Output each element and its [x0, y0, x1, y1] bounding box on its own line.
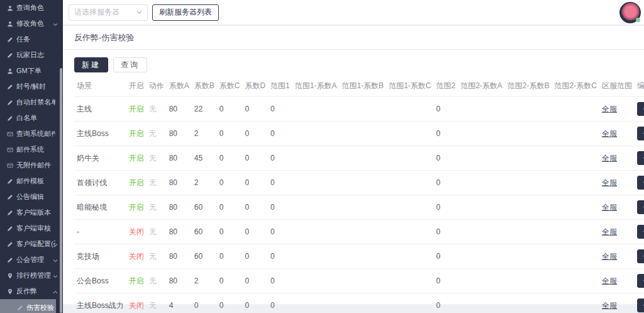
action-cell: 无: [147, 244, 167, 269]
coef-b-cell: 60: [192, 244, 217, 269]
coef-d-cell: 0: [242, 269, 268, 293]
range2-coef-a-cell: [458, 269, 505, 293]
edit-button[interactable]: 修改: [637, 127, 644, 140]
range2-coef-a-cell: [458, 293, 505, 313]
sidebar-item[interactable]: 客户端审核: [0, 220, 63, 236]
edit-cell: 修改: [635, 195, 644, 220]
sidebar-item-label: 伤害校验: [26, 303, 54, 312]
server-scope-link[interactable]: 全服: [602, 203, 617, 212]
range1-coef-c-cell: [386, 293, 433, 313]
edit-button[interactable]: 修改: [637, 299, 644, 312]
server-scope-link[interactable]: 全服: [602, 105, 617, 113]
coef-a-cell: 80: [167, 97, 192, 122]
table-row: 主线Boss战力关闭无400000全服修改推送: [74, 293, 644, 313]
edit-button[interactable]: 修改: [637, 176, 644, 190]
sidebar-item[interactable]: 封号/解封: [0, 79, 63, 94]
sidebar-item[interactable]: 任务: [0, 31, 63, 47]
range1-coef-a-cell: [292, 269, 340, 293]
sidebar-item-label: 公会管理: [16, 255, 44, 265]
coef-b-cell: 0: [192, 293, 217, 313]
sidebar-item[interactable]: 排行榜管理: [0, 268, 63, 283]
range1-coef-c-cell: [386, 97, 433, 122]
range2-coef-c-cell: [552, 122, 599, 146]
sidebar-item[interactable]: 邮件系统: [0, 142, 63, 157]
range2-coef-b-cell: [505, 220, 552, 244]
user-avatar[interactable]: [619, 2, 641, 23]
sidebar-item[interactable]: 无附件邮件: [0, 157, 63, 173]
sidebar-item[interactable]: 查询角色: [0, 0, 63, 16]
query-button[interactable]: 查询: [113, 57, 147, 72]
sidebar-item[interactable]: 客户端配置(开...: [0, 236, 63, 252]
range2-cell: 0: [433, 195, 458, 220]
range1-coef-b-cell: [339, 220, 386, 244]
sidebar-item-label: 客户端版本: [16, 208, 51, 217]
server-scope-link[interactable]: 全服: [602, 301, 617, 310]
sidebar-item[interactable]: 白名单: [0, 110, 63, 126]
sidebar-item-label: 邮件系统: [16, 145, 44, 154]
range2-coef-b-cell: [505, 146, 552, 171]
range2-coef-a-cell: [458, 122, 505, 146]
range1-cell: 0: [268, 220, 292, 244]
edit-button[interactable]: 修改: [637, 151, 644, 165]
refresh-server-list-button[interactable]: 刷新服务器列表: [152, 4, 219, 21]
range1-coef-a-cell: [292, 293, 340, 313]
sidebar-item-label: 客户端配置(开...: [16, 239, 55, 249]
new-button[interactable]: 新建: [74, 57, 108, 72]
range1-cell: 0: [268, 293, 292, 313]
sidebar-item[interactable]: 公告编辑: [0, 189, 63, 205]
edit-button[interactable]: 修改: [637, 200, 644, 214]
server-scope-link[interactable]: 全服: [602, 252, 617, 261]
server-scope-link[interactable]: 全服: [602, 129, 617, 138]
edit-button[interactable]: 修改: [637, 249, 644, 263]
sidebar-item[interactable]: 客户端版本: [0, 205, 63, 220]
edit-button[interactable]: 修改: [637, 102, 644, 116]
sidebar-item[interactable]: 公会管理: [0, 252, 63, 268]
coef-a-cell: 80: [167, 146, 192, 171]
sidebar-scrollbar[interactable]: [60, 68, 62, 313]
scene-cell: 公会Boss: [74, 269, 126, 293]
coef-a-cell: 80: [167, 244, 192, 269]
range2-coef-a-cell: [458, 244, 505, 269]
table-row: 暗能秘境开启无80600000全服修改推送: [74, 195, 644, 220]
status-cell: 开启: [126, 195, 147, 220]
sidebar-item[interactable]: 邮件模板: [0, 173, 63, 189]
sidebar-item[interactable]: GM下单: [0, 63, 63, 79]
coef-c-cell: 0: [217, 195, 243, 220]
server-scope-link[interactable]: 全服: [602, 227, 617, 236]
sidebar-item[interactable]: 玩家日志: [0, 47, 63, 63]
coef-a-cell: 80: [167, 220, 192, 244]
sidebar-item-active[interactable]: 伤害校验: [0, 299, 56, 313]
edit-button[interactable]: 修改: [637, 274, 644, 288]
server-scope-link[interactable]: 全服: [602, 178, 617, 187]
scene-cell: 首领讨伐: [74, 171, 126, 195]
coef-b-cell: 2: [192, 171, 217, 195]
server-scope-cell: 全服: [599, 269, 635, 293]
sidebar-item[interactable]: 查询系统邮件: [0, 126, 63, 142]
status-cell: 关闭: [126, 220, 147, 244]
sidebar-item[interactable]: 修改角色: [0, 16, 63, 31]
sidebar-item-label: 邮件模板: [16, 176, 44, 186]
server-scope-link[interactable]: 全服: [602, 276, 617, 285]
edit-button[interactable]: 修改: [637, 225, 644, 239]
range1-coef-b-cell: [339, 269, 386, 293]
pen-icon: [7, 210, 13, 216]
range2-coef-c-cell: [552, 146, 599, 171]
status-cell: 关闭: [126, 244, 147, 269]
range2-cell: 0: [433, 146, 458, 171]
server-scope-link[interactable]: 全服: [602, 154, 617, 162]
column-header: 范围2-系数C: [552, 75, 599, 97]
sidebar-nav: 查询角色修改角色任务玩家日志GM下单封号/解封自动封禁名单白名单查询系统邮件邮件…: [0, 0, 63, 313]
edit-cell: 修改: [635, 269, 644, 293]
sidebar: 查询角色修改角色任务玩家日志GM下单封号/解封自动封禁名单白名单查询系统邮件邮件…: [0, 0, 63, 313]
range2-cell: 0: [433, 293, 458, 313]
page-title: 反作弊-伤害校验: [63, 26, 644, 50]
scene-cell: 主线: [74, 97, 126, 122]
action-cell: 无: [147, 195, 167, 220]
main-area: 请选择服务器 刷新服务器列表 反作弊-伤害校验 新建 查询 场景开启动作系数A系…: [63, 0, 644, 313]
range2-coef-b-cell: [505, 244, 552, 269]
sidebar-item[interactable]: 反作弊: [0, 283, 63, 299]
range1-coef-a-cell: [292, 195, 340, 220]
sidebar-item[interactable]: 自动封禁名单: [0, 94, 63, 110]
server-select[interactable]: 请选择服务器: [69, 4, 148, 21]
edit-cell: 修改: [635, 97, 644, 122]
